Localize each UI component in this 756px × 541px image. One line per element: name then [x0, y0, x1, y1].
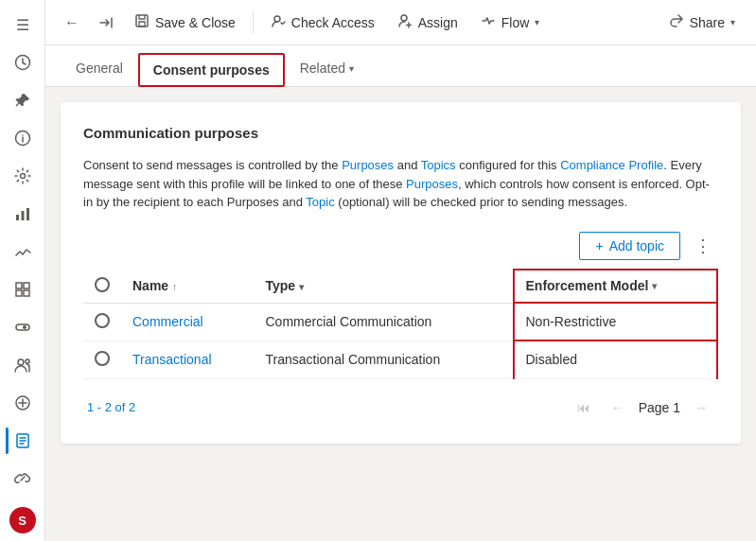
users-icon[interactable] — [6, 348, 40, 382]
next-page-button[interactable]: → — [688, 394, 714, 421]
table-row: Commercial Commercial Communication Non-… — [83, 303, 717, 340]
type-filter-icon: ▾ — [299, 282, 304, 292]
enforcement-cell-2: Disabled — [514, 340, 718, 378]
tab-related[interactable]: Related ▾ — [285, 51, 369, 87]
svg-point-11 — [23, 325, 26, 329]
commercial-link[interactable]: Commercial — [132, 314, 203, 329]
add-topic-row: + Add topic ⋮ — [83, 231, 718, 261]
link-icon[interactable] — [6, 462, 40, 496]
col-name-header[interactable]: Name ↑ — [121, 270, 255, 304]
avatar[interactable]: S — [9, 507, 36, 533]
share-icon — [669, 13, 684, 31]
communication-purposes-card: Communication purposes Consent to send m… — [61, 102, 741, 444]
enforcement-filter-icon: ▾ — [652, 281, 657, 291]
col-enforcement-header[interactable]: Enforcement Model ▾ — [514, 270, 718, 304]
page-label: Page 1 — [639, 400, 680, 415]
check-access-icon — [271, 13, 286, 31]
chart-icon[interactable] — [6, 235, 40, 269]
radio-cell-2[interactable] — [83, 340, 121, 378]
name-cell-1[interactable]: Commercial — [121, 303, 255, 340]
transactional-link[interactable]: Transactional — [132, 352, 212, 367]
assign-button[interactable]: Assign — [388, 8, 467, 37]
back-button[interactable]: ← — [57, 8, 87, 38]
name-cell-2[interactable]: Transactional — [121, 340, 255, 378]
assign-icon — [397, 13, 413, 31]
assign-label: Assign — [418, 15, 458, 30]
table-row: Transactional Transactional Communicatio… — [83, 340, 717, 378]
header-radio — [95, 277, 110, 292]
recent-icon[interactable] — [6, 45, 40, 79]
svg-rect-8 — [16, 290, 22, 296]
first-page-button[interactable]: ⏮ — [571, 394, 597, 421]
svg-point-18 — [401, 15, 407, 21]
enforcement-cell-1: Non-Restrictive — [514, 303, 718, 340]
flow-button[interactable]: Flow ▾ — [471, 8, 550, 37]
purposes-table: Name ↑ Type ▾ Enforcement Model ▾ — [83, 269, 718, 379]
type-col-label: Type — [266, 278, 296, 293]
forward-button[interactable] — [91, 8, 121, 38]
content-area: Communication purposes Consent to send m… — [45, 87, 756, 541]
col-radio-header — [83, 270, 121, 304]
settings-icon[interactable] — [6, 159, 40, 193]
pin-icon[interactable] — [6, 83, 40, 117]
name-col-label: Name — [132, 278, 168, 293]
sidebar: ☰ S — [0, 0, 45, 541]
toolbar: ← Save & Close Check Access Assign — [45, 0, 756, 45]
check-access-label: Check Access — [291, 15, 375, 30]
svg-point-12 — [18, 359, 24, 365]
add-topic-plus-icon: + — [595, 238, 603, 253]
svg-rect-4 — [21, 211, 24, 220]
share-dropdown-arrow: ▾ — [730, 17, 735, 27]
save-close-button[interactable]: Save & Close — [125, 8, 245, 37]
type-cell-2: Transactional Communication — [255, 340, 514, 378]
topic-link[interactable]: Topic — [306, 195, 334, 209]
purposes-link-2[interactable]: Purposes — [406, 177, 458, 191]
row2-radio[interactable] — [95, 351, 110, 366]
svg-rect-16 — [136, 15, 148, 26]
active-page-icon[interactable] — [6, 424, 40, 458]
svg-rect-6 — [16, 283, 22, 288]
add-topic-label: Add topic — [609, 238, 664, 253]
grid-icon[interactable] — [6, 272, 40, 306]
topics-link[interactable]: Topics — [421, 158, 456, 172]
main-content: ← Save & Close Check Access Assign — [45, 0, 756, 541]
svg-point-2 — [20, 174, 25, 179]
col-type-header[interactable]: Type ▾ — [255, 270, 514, 304]
svg-rect-9 — [24, 290, 29, 296]
tab-general[interactable]: General — [61, 51, 138, 87]
info-icon[interactable] — [6, 121, 40, 155]
pagination-count: 1 - 2 of 2 — [87, 400, 135, 414]
check-access-button[interactable]: Check Access — [261, 8, 384, 37]
svg-point-17 — [274, 16, 280, 22]
info-text: Consent to send messages is controlled b… — [83, 156, 718, 212]
related-dropdown-arrow: ▾ — [349, 63, 354, 74]
flow-icon — [481, 13, 496, 31]
save-icon — [134, 13, 149, 31]
section-title: Communication purposes — [83, 125, 718, 141]
share-button[interactable]: Share ▾ — [659, 8, 745, 37]
prev-page-button[interactable]: ← — [605, 394, 631, 421]
share-label: Share — [690, 15, 725, 30]
related-label: Related — [300, 61, 345, 76]
compliance-profile-link[interactable]: Compliance Profile — [560, 158, 663, 172]
save-close-label: Save & Close — [155, 15, 236, 30]
tab-consent-purposes[interactable]: Consent purposes — [138, 53, 285, 87]
radio-cell-1[interactable] — [83, 303, 121, 340]
toggle-icon[interactable] — [6, 310, 40, 344]
flow-dropdown-arrow: ▾ — [535, 17, 539, 27]
pagination: 1 - 2 of 2 ⏮ ← Page 1 → — [83, 394, 718, 421]
purposes-link-1[interactable]: Purposes — [342, 158, 394, 172]
tab-navigation: General Consent purposes Related ▾ — [45, 45, 756, 87]
add-topic-button[interactable]: + Add topic — [579, 232, 680, 260]
more-options-button[interactable]: ⋮ — [688, 231, 718, 261]
type-cell-1: Commercial Communication — [255, 303, 514, 340]
groups-icon[interactable] — [6, 386, 40, 420]
svg-rect-3 — [16, 215, 19, 220]
hamburger-menu-icon[interactable]: ☰ — [6, 8, 40, 42]
separator-1 — [253, 11, 254, 34]
svg-point-13 — [26, 359, 29, 363]
analytics-icon[interactable] — [6, 197, 40, 231]
flow-label: Flow — [501, 15, 530, 30]
svg-rect-7 — [24, 283, 29, 288]
row1-radio[interactable] — [95, 313, 110, 328]
